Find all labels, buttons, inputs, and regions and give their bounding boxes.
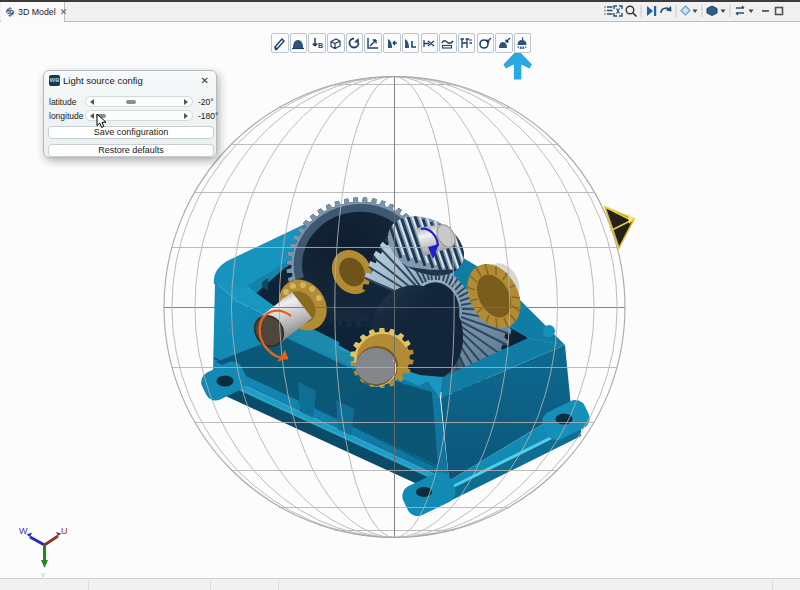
svg-text:3D: 3D — [7, 9, 14, 15]
svg-text:B: B — [318, 42, 323, 49]
svg-text:U: U — [61, 526, 68, 536]
svg-text:W: W — [19, 526, 28, 536]
